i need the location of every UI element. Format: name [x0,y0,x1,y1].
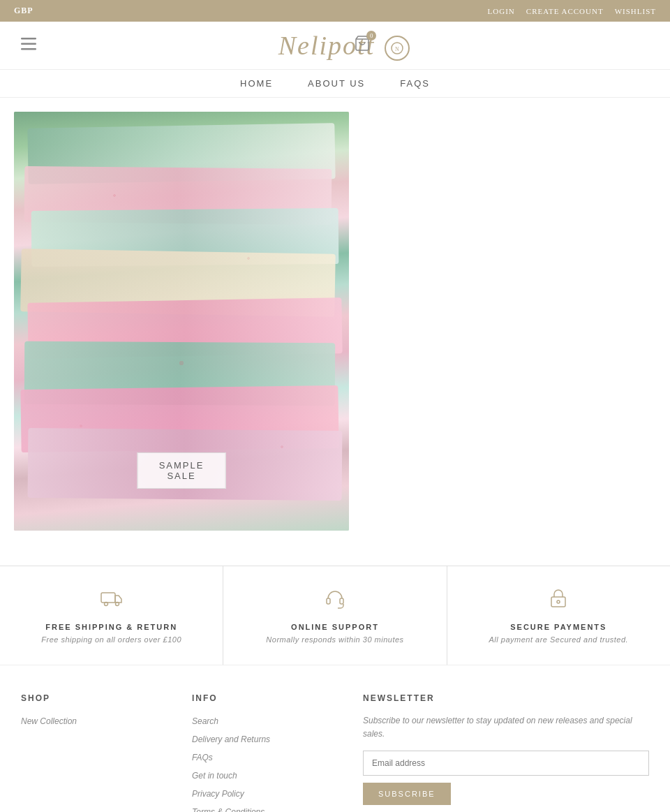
footer-new-collection-link[interactable]: New Collection [21,716,77,726]
footer-delivery-link[interactable]: Delivery and Returns [192,735,270,744]
svg-rect-6 [101,593,115,603]
footer: SHOP New Collection INFO Search Delivery… [0,665,670,812]
login-link[interactable]: LOGIN [488,7,515,15]
logo-emblem: N [385,36,410,61]
newsletter-description: Subscribe to our newsletter to stay upda… [363,714,649,741]
svg-text:N: N [395,46,399,52]
main-content: SAMPLE SALE [0,98,670,545]
footer-contact-link[interactable]: Get in touch [192,771,237,781]
footer-privacy-link[interactable]: Privacy Policy [192,789,244,799]
list-item: Search [192,714,335,727]
svg-point-12 [557,600,560,603]
feature-payments-title: SECURE PAYMENTS [510,623,606,631]
sale-overlay: SAMPLE SALE [137,452,226,489]
footer-info-heading: INFO [192,693,335,703]
featured-image-wrap: SAMPLE SALE [14,112,349,531]
menu-icon[interactable] [21,36,36,54]
feature-shipping: FREE SHIPPING & RETURN Free shipping on … [0,566,223,665]
svg-point-8 [115,603,119,606]
currency-selector[interactable]: GBP [14,6,34,16]
truck-icon [100,587,123,614]
svg-rect-10 [340,598,343,604]
feature-shipping-title: FREE SHIPPING & RETURN [45,623,177,631]
list-item: Privacy Policy [192,787,335,799]
create-account-link[interactable]: CREATE ACCOUNT [526,7,604,15]
feature-support-desc: Normally responds within 30 minutes [266,635,403,644]
sale-line1: SAMPLE [159,460,204,471]
cart-button[interactable]: 0 [354,35,371,56]
feature-support: ONLINE SUPPORT Normally responds within … [223,566,447,665]
list-item: Get in touch [192,769,335,781]
footer-info-col: INFO Search Delivery and Returns FAQs Ge… [192,693,335,812]
svg-rect-9 [327,598,330,604]
footer-shop-col: SHOP New Collection [21,693,164,812]
footer-terms-link[interactable]: Terms & Conditions [192,807,265,812]
footer-info-links: Search Delivery and Returns FAQs Get in … [192,714,335,812]
top-bar-actions: LOGIN CREATE ACCOUNT WISHLIST [488,7,656,15]
main-nav: HOME ABOUT US FAQS [0,70,670,98]
feature-payments-desc: All payment are Secured and trusted. [489,635,629,644]
footer-shop-links: New Collection [21,714,164,727]
footer-top: SHOP New Collection INFO Search Delivery… [0,665,670,812]
sale-line2: SALE [159,471,204,481]
footer-faqs-link[interactable]: FAQs [192,753,213,762]
svg-rect-2 [21,48,36,50]
subscribe-button[interactable]: SUBSCRIBE [363,783,451,805]
svg-rect-1 [21,43,36,45]
svg-rect-0 [21,38,36,40]
feature-support-title: ONLINE SUPPORT [291,623,379,631]
features-bar: FREE SHIPPING & RETURN Free shipping on … [0,566,670,665]
feature-shipping-desc: Free shipping on all orders over £100 [41,635,181,644]
nav-about-us[interactable]: ABOUT US [308,78,365,89]
top-bar: GBP LOGIN CREATE ACCOUNT WISHLIST [0,0,670,22]
feature-payments: SECURE PAYMENTS All payment are Secured … [447,566,670,665]
wishlist-link[interactable]: WISHLIST [615,7,656,15]
footer-shop-heading: SHOP [21,693,164,703]
footer-search-link[interactable]: Search [192,716,218,726]
list-item: Delivery and Returns [192,732,335,745]
svg-point-7 [104,603,107,606]
nav-faqs[interactable]: FAQS [400,78,430,89]
footer-newsletter-heading: Newsletter [363,693,649,703]
headset-icon [324,587,346,614]
featured-image: SAMPLE SALE [14,112,349,531]
header: Nelipott N 0 [0,22,670,70]
list-item: New Collection [21,714,164,727]
email-input[interactable] [363,751,649,776]
footer-newsletter-col: Newsletter Subscribe to our newsletter t… [363,693,649,812]
nav-home[interactable]: HOME [240,78,273,89]
list-item: FAQs [192,751,335,763]
svg-rect-11 [551,597,565,607]
lock-icon [547,587,570,614]
right-side [363,112,656,531]
list-item: Terms & Conditions [192,805,335,812]
